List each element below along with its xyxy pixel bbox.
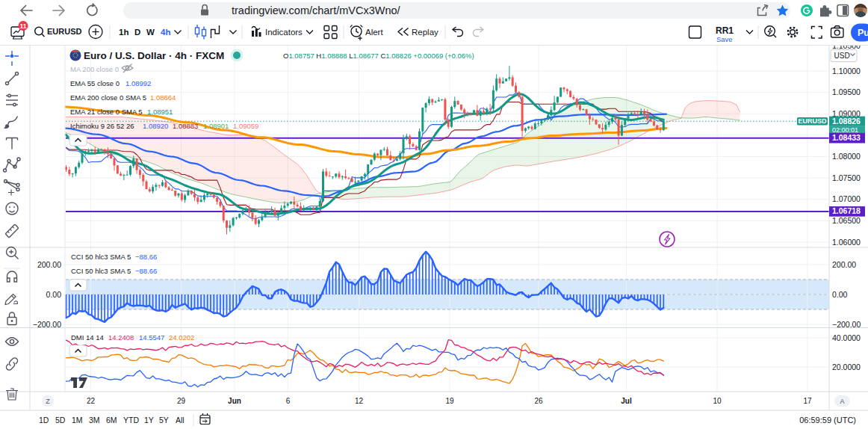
svg-text:Jul: Jul [621,397,632,405]
svg-text:CCI 50 hlc3 SMA 5: CCI 50 hlc3 SMA 5 [71,253,131,261]
svg-text:MA 200 close 0: MA 200 close 0 [70,65,119,73]
svg-text:1.08901: 1.08901 [203,122,229,130]
svg-text:1.08883: 1.08883 [173,122,198,130]
svg-text:200.00: 200.00 [832,260,856,269]
svg-text:200.00: 200.00 [37,260,61,269]
svg-text:1.08000: 1.08000 [832,152,861,161]
svg-text:1.06718: 1.06718 [832,206,861,215]
svg-text:4h: 4h [161,28,170,37]
svg-text:YTD: YTD [123,416,139,425]
svg-text:EURUSD: EURUSD [798,117,827,125]
svg-text:1.08951: 1.08951 [147,108,173,116]
svg-text:1.07000: 1.07000 [832,194,861,203]
svg-text:−88.66: −88.66 [135,253,157,261]
svg-text:Euro / U.S. Dollar · 4h · FXCM: Euro / U.S. Dollar · 4h · FXCM [84,50,224,61]
svg-text:Alert: Alert [365,28,383,37]
svg-text:EURUSD: EURUSD [47,27,82,36]
svg-text:11: 11 [20,22,27,30]
svg-text:0.00: 0.00 [46,290,62,299]
svg-text:Save: Save [716,35,733,43]
svg-text:All: All [176,416,185,425]
svg-text:06:59:59 (UTC): 06:59:59 (UTC) [799,416,856,425]
svg-text:1D: 1D [39,416,49,425]
svg-text:20.0000: 20.0000 [832,362,861,371]
svg-text:O1.08757 H1.08888 L1.08677 C1.: O1.08757 H1.08888 L1.08677 C1.08826 +0.0… [283,52,474,60]
svg-text:24.0202: 24.0202 [169,333,194,342]
svg-text:A: A [840,398,844,405]
svg-text:26: 26 [534,397,543,405]
svg-text:−88.66: −88.66 [135,267,157,275]
svg-text:CCI 50 hlc3 SMA 5: CCI 50 hlc3 SMA 5 [71,267,131,275]
svg-text:1.08826: 1.08826 [832,117,861,126]
svg-text:Pu: Pu [858,28,868,38]
svg-text:22: 22 [87,397,96,405]
svg-text:3M: 3M [89,416,100,425]
svg-text:Jun: Jun [228,397,241,405]
svg-text:17: 17 [803,397,812,405]
svg-text:EMA 200 close 0 SMA 5: EMA 200 close 0 SMA 5 [70,93,146,102]
svg-text:D: D [134,28,140,37]
svg-text:1.08920: 1.08920 [143,122,168,130]
svg-text:12: 12 [355,397,364,405]
svg-text:1Y: 1Y [144,416,154,425]
svg-text:6: 6 [286,397,291,405]
svg-text:1h: 1h [119,28,128,37]
svg-text:14.2408: 14.2408 [108,333,134,342]
svg-text:−200.00: −200.00 [33,320,61,329]
svg-text:1.06000: 1.06000 [832,238,861,247]
svg-text:tradingview.com/chart/mVCx3Wno: tradingview.com/chart/mVCx3Wno/ [232,4,401,16]
svg-text:0.00: 0.00 [832,290,848,299]
svg-text:29: 29 [177,397,186,405]
svg-text:6M: 6M [106,416,117,425]
svg-text:Ichimoku 9 26 52 26: Ichimoku 9 26 52 26 [70,122,134,130]
svg-text:DMI 14 14: DMI 14 14 [71,333,104,342]
svg-text:EMA 21 close 0 SMA 5: EMA 21 close 0 SMA 5 [70,108,143,116]
svg-text:1.06500: 1.06500 [832,216,861,225]
svg-text:1.10000: 1.10000 [832,67,861,75]
svg-text:Indicators: Indicators [265,28,303,37]
svg-text:−200.00: −200.00 [832,320,861,329]
svg-text:19: 19 [445,397,454,405]
svg-text:1.08992: 1.08992 [125,79,151,87]
svg-text:1.08664: 1.08664 [150,93,176,102]
svg-text:40.0000: 40.0000 [832,333,861,342]
svg-text:EMA 55 close 0: EMA 55 close 0 [70,79,120,87]
svg-text:1.09059: 1.09059 [233,122,258,130]
svg-text:W: W [146,28,155,37]
svg-text:10: 10 [713,397,722,405]
svg-text:1.09500: 1.09500 [832,87,861,96]
svg-text:Z: Z [46,398,50,405]
svg-text:5D: 5D [55,416,66,425]
svg-text:1M: 1M [72,416,83,425]
svg-text:Replay: Replay [412,28,438,37]
svg-text:1.07500: 1.07500 [832,173,861,182]
svg-text:1.08433: 1.08433 [832,133,861,142]
svg-text:5Y: 5Y [159,416,169,425]
svg-text:USD: USD [834,52,850,60]
svg-text:14.5547: 14.5547 [139,333,164,342]
